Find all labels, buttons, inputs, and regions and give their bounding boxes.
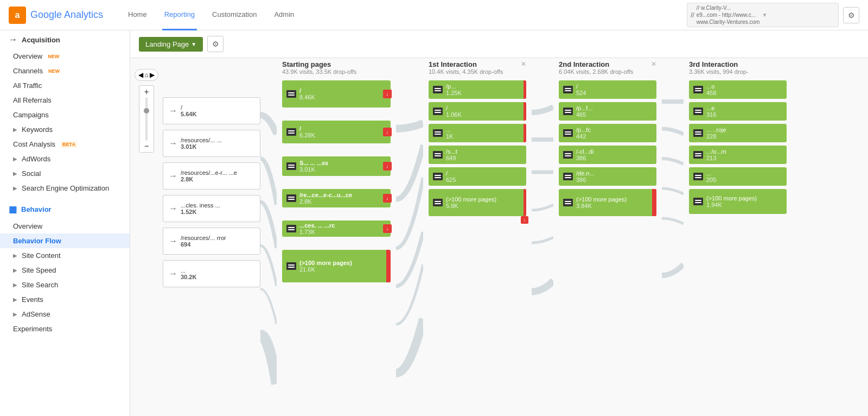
- sidebar-item-site-search[interactable]: ▶ Site Search: [0, 278, 130, 292]
- third-node-4[interactable]: ... 205: [689, 167, 787, 186]
- sidebar-item-campaigns[interactable]: Campaigns: [0, 108, 130, 122]
- node-value: 213: [706, 155, 726, 161]
- main-layout: → Acquisition Overview NEW Channels NEW …: [0, 30, 868, 416]
- sidebar-item-site-speed[interactable]: ▶ Site Speed: [0, 263, 130, 278]
- first-node-3[interactable]: /s...t 649: [429, 146, 526, 164]
- sidebar-item-label: Site Search: [22, 281, 58, 289]
- drop-indicator: ↓: [383, 224, 392, 233]
- page-node-start-4[interactable]: ...ces. ... ...rc 1.73K ↓: [282, 220, 391, 237]
- third-node-5[interactable]: (>100 more pages) 1.94K: [689, 189, 787, 214]
- page-node-start-2[interactable]: S... ... ...ss 3.01K ↓: [282, 156, 391, 176]
- page-node-start-5[interactable]: (>100 more pages) 21.6K: [282, 250, 391, 282]
- first-node-4[interactable]: / 625: [429, 167, 526, 186]
- third-node-0[interactable]: ...o 458: [689, 80, 787, 99]
- second-node-2[interactable]: /p...fc 442: [559, 124, 656, 142]
- home-icon[interactable]: ⌂: [144, 71, 148, 79]
- sidebar-item-label: AdWords: [22, 155, 50, 163]
- sidebar-item-label: Cost Analysis: [13, 140, 55, 148]
- page-icon: [433, 129, 443, 137]
- drop-bar: [386, 250, 391, 282]
- sidebar-item-events[interactable]: ▶ Events: [0, 292, 130, 307]
- first-node-0[interactable]: /p... 1.25K: [429, 80, 526, 99]
- node-value: 386: [576, 177, 595, 183]
- app-title: Google Analytics: [30, 9, 103, 21]
- sidebar-item-all-referrals[interactable]: All Referrals: [0, 93, 130, 108]
- page-node-start-3[interactable]: /re...ce...e-c...u...ce 2.8K ↓: [282, 189, 391, 207]
- sidebar-item-seo[interactable]: ▶ Search Engine Optimization: [0, 181, 130, 196]
- node-label: /s...t: [446, 148, 457, 155]
- node-value: 2.8K: [299, 198, 352, 205]
- sidebar-item-label: Keywords: [22, 125, 53, 134]
- landing-page-dropdown[interactable]: Landing Page ▼: [139, 37, 203, 52]
- second-node-4[interactable]: /de.n... 386: [559, 167, 656, 186]
- source-node-0[interactable]: → / 5.64K: [163, 97, 260, 124]
- right-arrow-icon[interactable]: ▶: [150, 71, 155, 79]
- source-node-3[interactable]: → ...cles. iness ... 1.52K: [163, 195, 260, 222]
- node-value: 1.94K: [706, 201, 757, 208]
- settings-button[interactable]: ⚙: [843, 7, 859, 23]
- first-node-5[interactable]: (>100 more pages) 5.8K: [429, 189, 526, 216]
- node-label: /: [446, 170, 456, 177]
- zoom-out-button[interactable]: −: [139, 142, 154, 150]
- close-second-button[interactable]: ✕: [651, 60, 656, 68]
- second-node-0[interactable]: / 524: [559, 80, 656, 99]
- url-icon: //: [691, 11, 694, 19]
- left-arrow-icon[interactable]: ◀: [138, 71, 143, 79]
- node-label: /-cl...di: [576, 148, 593, 155]
- nav-panel: ◀ ⌂ ▶ + −: [130, 58, 163, 416]
- page-icon: [433, 108, 443, 115]
- dropdown-arrow[interactable]: ▼: [762, 12, 767, 18]
- source-nodes: → / 5.64K → /resources/... ... 3.01K: [163, 97, 260, 287]
- source-node-4[interactable]: → /resources/... rror 694: [163, 228, 260, 255]
- navigate-control[interactable]: ◀ ⌂ ▶: [135, 69, 158, 81]
- second-node-3[interactable]: /-cl...di 386: [559, 146, 656, 164]
- third-node-2[interactable]: ... ..roje 228: [689, 124, 787, 142]
- second-node-1[interactable]: /p...f... 465: [559, 102, 656, 121]
- page-node-start-1[interactable]: / 6.28K ↓: [282, 121, 391, 143]
- third-node-1[interactable]: ...e 316: [689, 102, 787, 121]
- sidebar-item-site-content[interactable]: ▶ Site Content: [0, 248, 130, 263]
- node-label: S... ... ...ss: [299, 160, 328, 166]
- nav-reporting[interactable]: Reporting: [162, 0, 197, 30]
- sidebar-label-behavior: Behavior: [21, 205, 52, 213]
- second-node-5[interactable]: (>100 more pages) 3.84K: [559, 189, 656, 216]
- zoom-slider[interactable]: [145, 97, 148, 141]
- sidebar-item-behavior-overview[interactable]: Overview: [0, 219, 130, 234]
- third-node-3[interactable]: .../o...m 213: [689, 146, 787, 164]
- arrow-icon: ▶: [13, 171, 17, 177]
- flow-settings-button[interactable]: ⚙: [207, 36, 224, 52]
- sidebar-item-channels[interactable]: Channels NEW: [0, 64, 130, 78]
- sidebar-item-experiments[interactable]: Experiments: [0, 322, 130, 336]
- first-node-1[interactable]: / 1.06K: [429, 102, 526, 121]
- sidebar-item-overview[interactable]: Overview NEW: [0, 49, 130, 64]
- first-interaction-column: 1st Interaction ✕ 10.4K visits, 4.35K dr…: [423, 58, 532, 416]
- node-value: 21.6K: [299, 266, 352, 273]
- sidebar-item-social[interactable]: ▶ Social: [0, 166, 130, 181]
- sidebar-item-behavior-flow[interactable]: Behavior Flow: [0, 234, 130, 248]
- red-side-bar: [524, 102, 526, 121]
- sidebar-item-adwords[interactable]: ▶ AdWords: [0, 152, 130, 166]
- sidebar-item-cost-analysis[interactable]: Cost Analysis BETA: [0, 137, 130, 152]
- flow-wrapper[interactable]: ◀ ⌂ ▶ + − →: [130, 58, 868, 416]
- nav-customization[interactable]: Customization: [210, 0, 259, 30]
- badge-beta-cost: BETA: [61, 141, 77, 148]
- sidebar-item-all-traffic[interactable]: All Traffic: [0, 78, 130, 93]
- nav-home[interactable]: Home: [126, 0, 149, 30]
- sidebar-section-acquisition[interactable]: → Acquisition: [0, 30, 130, 49]
- source-node-2[interactable]: → /resources/...e-r... ...e 2.8K: [163, 162, 260, 190]
- page-icon: [693, 151, 703, 159]
- close-first-button[interactable]: ✕: [521, 60, 526, 68]
- node-value: 205: [706, 177, 716, 183]
- first-node-2[interactable]: ... 1K: [429, 124, 526, 142]
- sidebar-item-adsense[interactable]: ▶ AdSense: [0, 307, 130, 322]
- zoom-in-button[interactable]: +: [139, 87, 154, 96]
- sidebar-item-keywords[interactable]: ▶ Keywords: [0, 122, 130, 137]
- source-node-1[interactable]: → /resources/... ... 3.01K: [163, 130, 260, 157]
- nav-admin[interactable]: Admin: [272, 0, 296, 30]
- source-node-5[interactable]: → ... 30.2K: [163, 260, 260, 287]
- arrow-icon: ▶: [13, 282, 17, 288]
- sidebar-section-behavior[interactable]: ▦ Behavior: [0, 200, 130, 219]
- page-node-start-0[interactable]: / 8.46K ↓: [282, 80, 391, 108]
- node-label: (>100 more pages): [446, 196, 496, 203]
- sidebar-item-label: All Referrals: [13, 96, 52, 104]
